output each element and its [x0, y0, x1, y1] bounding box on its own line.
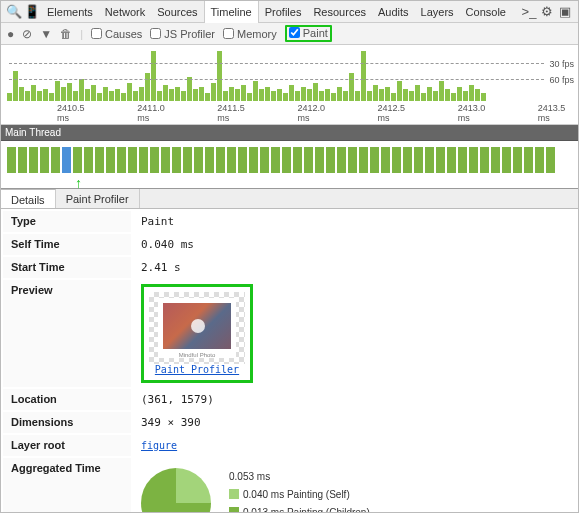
- row-aggtime-val: 0.053 ms 0.040 ms Painting (Self) 0.013 …: [133, 458, 576, 513]
- row-dimensions-val: 349 × 390: [133, 412, 576, 433]
- tab-sources[interactable]: Sources: [151, 1, 203, 23]
- memory-label: Memory: [237, 28, 277, 40]
- main-thread-header[interactable]: Main Thread: [1, 125, 578, 141]
- timeline-overview[interactable]: 30 fps 60 fps 2410.5 ms2411.0 ms2411.5 m…: [1, 45, 578, 125]
- details-subtabs: Details Paint Profiler: [1, 189, 578, 209]
- row-preview-key: Preview: [3, 280, 131, 387]
- selection-arrow-icon: ↑: [75, 175, 82, 191]
- preview-highlight: Mindful Photo Paint Profiler: [141, 284, 253, 383]
- agg-children: 0.013 ms Painting (Children): [229, 504, 370, 513]
- row-selftime-val: 0.040 ms: [133, 234, 576, 255]
- tab-console[interactable]: Console: [460, 1, 512, 23]
- search-icon[interactable]: 🔍: [5, 4, 23, 19]
- main-thread-track[interactable]: ↑: [1, 141, 578, 189]
- tab-layers[interactable]: Layers: [415, 1, 460, 23]
- timeline-toolbar: ● ⊘ ▼ 🗑 | Causes JS Profiler Memory Pain…: [1, 23, 578, 45]
- dock-icon[interactable]: ▣: [556, 4, 574, 19]
- row-selftime-key: Self Time: [3, 234, 131, 255]
- drawer-icon[interactable]: >_: [520, 4, 538, 19]
- overview-ruler: 2410.5 ms2411.0 ms2411.5 ms2412.0 ms2412…: [7, 101, 578, 123]
- row-preview-val: Mindful Photo Paint Profiler: [133, 280, 576, 387]
- device-icon[interactable]: 📱: [23, 4, 41, 19]
- preview-caption: Mindful Photo: [163, 352, 231, 358]
- row-layerroot-key: Layer root: [3, 435, 131, 456]
- row-starttime-val: 2.41 s: [133, 257, 576, 278]
- swatch-children-icon: [229, 507, 239, 513]
- details-table: TypePaint Self Time0.040 ms Start Time2.…: [1, 209, 578, 513]
- subtab-details[interactable]: Details: [1, 189, 56, 208]
- paint-label: Paint: [303, 27, 328, 39]
- causes-label: Causes: [105, 28, 142, 40]
- row-location-key: Location: [3, 389, 131, 410]
- clear-icon[interactable]: ⊘: [22, 27, 32, 41]
- layer-root-link[interactable]: figure: [141, 440, 177, 451]
- row-location-val: (361, 1579): [133, 389, 576, 410]
- tab-network[interactable]: Network: [99, 1, 151, 23]
- memory-checkbox[interactable]: Memory: [223, 28, 277, 40]
- row-starttime-key: Start Time: [3, 257, 131, 278]
- aggregated-pie-chart: [141, 468, 211, 513]
- preview-thumb: Mindful Photo: [158, 298, 236, 358]
- preview-image: [163, 303, 231, 349]
- gear-icon[interactable]: ⚙: [538, 4, 556, 19]
- causes-checkbox[interactable]: Causes: [91, 28, 142, 40]
- tab-audits[interactable]: Audits: [372, 1, 415, 23]
- paint-checkbox[interactable]: Paint: [289, 27, 328, 39]
- preview-checkerboard: Mindful Photo: [149, 292, 245, 364]
- jsprofiler-label: JS Profiler: [164, 28, 215, 40]
- tab-resources[interactable]: Resources: [307, 1, 372, 23]
- paint-profiler-link[interactable]: Paint Profiler: [149, 364, 245, 375]
- agg-total: 0.053 ms: [229, 468, 370, 486]
- row-aggtime-key: Aggregated Time: [3, 458, 131, 513]
- overview-bars: [7, 49, 578, 101]
- gc-icon[interactable]: 🗑: [60, 27, 72, 41]
- record-icon[interactable]: ●: [7, 27, 14, 41]
- jsprofiler-checkbox[interactable]: JS Profiler: [150, 28, 215, 40]
- agg-self: 0.040 ms Painting (Self): [229, 486, 370, 504]
- fps-30-label: 30 fps: [549, 59, 574, 69]
- row-layerroot-val: figure: [133, 435, 576, 456]
- subtab-paint-profiler[interactable]: Paint Profiler: [56, 189, 140, 208]
- devtools-tabbar: 🔍 📱 Elements Network Sources Timeline Pr…: [1, 1, 578, 23]
- tab-timeline[interactable]: Timeline: [204, 1, 259, 23]
- row-dimensions-key: Dimensions: [3, 412, 131, 433]
- fps-60-label: 60 fps: [549, 75, 574, 85]
- filter-icon[interactable]: ▼: [40, 27, 52, 41]
- paint-checkbox-highlight: Paint: [285, 25, 332, 43]
- tab-profiles[interactable]: Profiles: [259, 1, 308, 23]
- row-type-val: Paint: [133, 211, 576, 232]
- row-type-key: Type: [3, 211, 131, 232]
- swatch-self-icon: [229, 489, 239, 499]
- tab-elements[interactable]: Elements: [41, 1, 99, 23]
